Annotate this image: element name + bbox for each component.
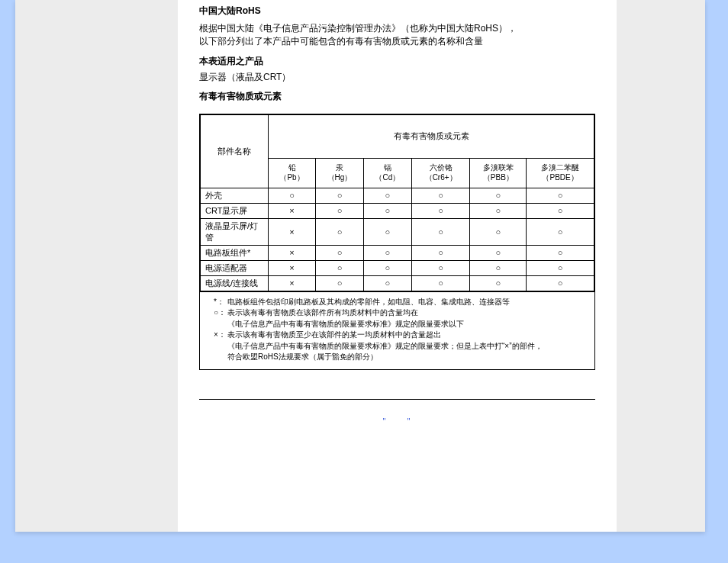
table-cell: ○ — [470, 275, 527, 291]
table-row-name: 电路板组件* — [201, 245, 269, 260]
note-star-mark: *： — [214, 297, 227, 308]
table-cell: × — [269, 245, 316, 260]
table-row: 电源适配器×○○○○○ — [201, 260, 594, 275]
table-notes: *： 电路板组件包括印刷电路板及其构成的零部件，如电阻、电容、集成电路、连接器等… — [200, 291, 594, 369]
table-cell: ○ — [470, 260, 527, 275]
table-cell: × — [269, 275, 316, 291]
table-cell: ○ — [363, 275, 411, 291]
table-row: CRT显示屏×○○○○○ — [201, 203, 594, 218]
table-cell: ○ — [363, 203, 411, 218]
table-cell: ○ — [470, 203, 527, 218]
table-cell: ○ — [411, 275, 470, 291]
footer-link[interactable]: " " — [199, 417, 595, 426]
intro-paragraph: 根据中国大陆《电子信息产品污染控制管理办法》（也称为中国大陆RoHS）， 以下部… — [199, 22, 595, 49]
separator-line — [199, 399, 595, 400]
table-cell: ○ — [316, 203, 364, 218]
table-cell: ○ — [411, 203, 470, 218]
document-page: 中国大陆RoHS 根据中国大陆《电子信息产品污染控制管理办法》（也称为中国大陆R… — [178, 0, 617, 532]
table-row: 电路板组件*×○○○○○ — [201, 245, 594, 260]
table-cell: ○ — [411, 245, 470, 260]
table-group-header: 有毒有害物质或元素 — [269, 114, 594, 158]
rohs-table: 部件名称 有毒有害物质或元素 铅（Pb）汞（Hg）镉（Cd）六价铬（Cr6+）多… — [200, 114, 594, 291]
table-cell: ○ — [316, 260, 364, 275]
note-star-text: 电路板组件包括印刷电路板及其构成的零部件，如电阻、电容、集成电路、连接器等 — [227, 297, 587, 308]
table-cell: ○ — [527, 218, 594, 245]
table-row: 电源线/连接线×○○○○○ — [201, 275, 594, 291]
table-cell: ○ — [527, 188, 594, 203]
table-cell: ○ — [316, 275, 364, 291]
table-cell: ○ — [527, 203, 594, 218]
table-cell: ○ — [470, 188, 527, 203]
table-column-header: 铅（Pb） — [269, 158, 316, 188]
table-cell: ○ — [411, 260, 470, 275]
table-cell: ○ — [470, 245, 527, 260]
table-cell: ○ — [411, 218, 470, 245]
table-row: 外壳○○○○○○ — [201, 188, 594, 203]
table-row-name: 外壳 — [201, 188, 269, 203]
table-row-name: 液晶显示屏/灯管 — [201, 218, 269, 245]
table-cell: ○ — [527, 275, 594, 291]
table-cell: ○ — [470, 218, 527, 245]
rohs-table-container: 部件名称 有毒有害物质或元素 铅（Pb）汞（Hg）镉（Cd）六价铬（Cr6+）多… — [199, 114, 595, 370]
table-row-name: 电源线/连接线 — [201, 275, 269, 291]
table-cell: × — [269, 260, 316, 275]
note-circle-mark: ○： — [214, 307, 227, 330]
section-substances-title: 有毒有害物质或元素 — [199, 90, 595, 103]
table-column-header: 六价铬（Cr6+） — [411, 158, 470, 188]
intro-line-1: 根据中国大陆《电子信息产品污染控制管理办法》（也称为中国大陆RoHS）， — [199, 23, 517, 34]
intro-line-2: 以下部分列出了本产品中可能包含的有毒有害物质或元素的名称和含量 — [199, 36, 483, 47]
table-corner-header: 部件名称 — [201, 114, 269, 188]
table-column-header: 多溴联苯（PBB） — [470, 158, 527, 188]
table-cell: ○ — [363, 218, 411, 245]
note-cross-text: 表示该有毒有害物质至少在该部件的某一均质材料中的含量超出 《电子信息产品中有毒有… — [227, 330, 587, 363]
table-cell: ○ — [363, 188, 411, 203]
table-cell: ○ — [316, 245, 364, 260]
table-cell: ○ — [363, 260, 411, 275]
section-product-value: 显示器（液晶及CRT） — [199, 71, 595, 84]
table-row: 液晶显示屏/灯管×○○○○○ — [201, 218, 594, 245]
page-title: 中国大陆RoHS — [199, 5, 595, 18]
note-cross-mark: ×： — [214, 330, 227, 363]
table-cell: ○ — [363, 245, 411, 260]
table-cell: ○ — [316, 188, 364, 203]
table-cell: ○ — [527, 245, 594, 260]
table-column-header: 多溴二苯醚（PBDE） — [527, 158, 594, 188]
table-cell: × — [269, 203, 316, 218]
gray-frame: 中国大陆RoHS 根据中国大陆《电子信息产品污染控制管理办法》（也称为中国大陆R… — [15, 0, 705, 532]
table-cell: ○ — [411, 188, 470, 203]
table-cell: ○ — [269, 188, 316, 203]
table-column-header: 汞（Hg） — [316, 158, 364, 188]
section-product-title: 本表适用之产品 — [199, 55, 595, 68]
table-row-name: CRT显示屏 — [201, 203, 269, 218]
table-row-name: 电源适配器 — [201, 260, 269, 275]
note-circle-text: 表示该有毒有害物质在该部件所有均质材料中的含量均在 《电子信息产品中有毒有害物质… — [227, 307, 587, 330]
table-cell: ○ — [527, 260, 594, 275]
table-cell: ○ — [316, 218, 364, 245]
table-column-header: 镉（Cd） — [363, 158, 411, 188]
table-cell: × — [269, 218, 316, 245]
